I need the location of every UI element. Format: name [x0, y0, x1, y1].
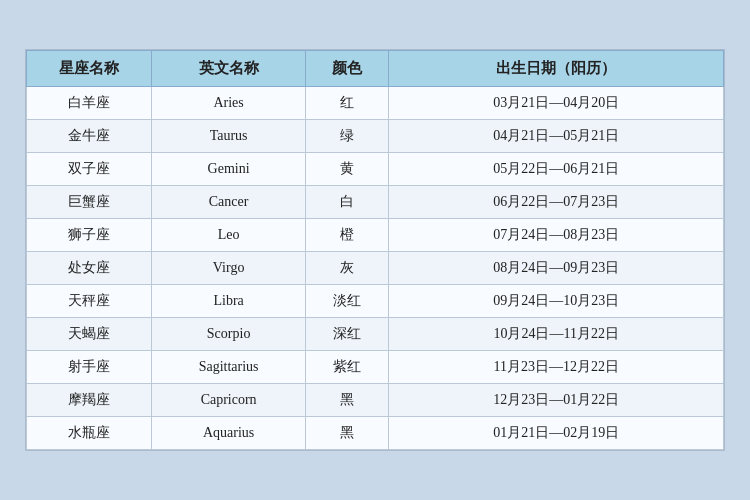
cell-r7-c3: 10月24日—11月22日 — [389, 318, 724, 351]
table-row: 摩羯座Capricorn黑12月23日—01月22日 — [27, 384, 724, 417]
cell-r6-c2: 淡红 — [305, 285, 389, 318]
zodiac-table: 星座名称 英文名称 颜色 出生日期（阳历） 白羊座Aries红03月21日—04… — [26, 50, 724, 450]
cell-r7-c1: Scorpio — [152, 318, 305, 351]
cell-r0-c0: 白羊座 — [27, 87, 152, 120]
cell-r5-c1: Virgo — [152, 252, 305, 285]
table-row: 白羊座Aries红03月21日—04月20日 — [27, 87, 724, 120]
cell-r0-c1: Aries — [152, 87, 305, 120]
cell-r1-c2: 绿 — [305, 120, 389, 153]
cell-r9-c2: 黑 — [305, 384, 389, 417]
cell-r10-c0: 水瓶座 — [27, 417, 152, 450]
table-row: 水瓶座Aquarius黑01月21日—02月19日 — [27, 417, 724, 450]
cell-r5-c0: 处女座 — [27, 252, 152, 285]
cell-r3-c0: 巨蟹座 — [27, 186, 152, 219]
cell-r2-c1: Gemini — [152, 153, 305, 186]
table-row: 双子座Gemini黄05月22日—06月21日 — [27, 153, 724, 186]
cell-r4-c0: 狮子座 — [27, 219, 152, 252]
table-row: 巨蟹座Cancer白06月22日—07月23日 — [27, 186, 724, 219]
cell-r0-c2: 红 — [305, 87, 389, 120]
cell-r10-c3: 01月21日—02月19日 — [389, 417, 724, 450]
cell-r7-c0: 天蝎座 — [27, 318, 152, 351]
cell-r2-c0: 双子座 — [27, 153, 152, 186]
cell-r10-c2: 黑 — [305, 417, 389, 450]
table-body: 白羊座Aries红03月21日—04月20日金牛座Taurus绿04月21日—0… — [27, 87, 724, 450]
cell-r3-c1: Cancer — [152, 186, 305, 219]
header-chinese-name: 星座名称 — [27, 51, 152, 87]
cell-r6-c3: 09月24日—10月23日 — [389, 285, 724, 318]
header-date: 出生日期（阳历） — [389, 51, 724, 87]
header-color: 颜色 — [305, 51, 389, 87]
table-row: 天秤座Libra淡红09月24日—10月23日 — [27, 285, 724, 318]
cell-r6-c1: Libra — [152, 285, 305, 318]
cell-r3-c2: 白 — [305, 186, 389, 219]
cell-r1-c3: 04月21日—05月21日 — [389, 120, 724, 153]
cell-r0-c3: 03月21日—04月20日 — [389, 87, 724, 120]
cell-r8-c3: 11月23日—12月22日 — [389, 351, 724, 384]
cell-r9-c0: 摩羯座 — [27, 384, 152, 417]
cell-r7-c2: 深红 — [305, 318, 389, 351]
table-row: 射手座Sagittarius紫红11月23日—12月22日 — [27, 351, 724, 384]
table-row: 天蝎座Scorpio深红10月24日—11月22日 — [27, 318, 724, 351]
cell-r8-c0: 射手座 — [27, 351, 152, 384]
cell-r9-c3: 12月23日—01月22日 — [389, 384, 724, 417]
table-row: 狮子座Leo橙07月24日—08月23日 — [27, 219, 724, 252]
table-row: 金牛座Taurus绿04月21日—05月21日 — [27, 120, 724, 153]
cell-r10-c1: Aquarius — [152, 417, 305, 450]
cell-r4-c1: Leo — [152, 219, 305, 252]
cell-r6-c0: 天秤座 — [27, 285, 152, 318]
cell-r5-c2: 灰 — [305, 252, 389, 285]
zodiac-table-container: 星座名称 英文名称 颜色 出生日期（阳历） 白羊座Aries红03月21日—04… — [25, 49, 725, 451]
header-english-name: 英文名称 — [152, 51, 305, 87]
cell-r9-c1: Capricorn — [152, 384, 305, 417]
cell-r8-c2: 紫红 — [305, 351, 389, 384]
cell-r1-c1: Taurus — [152, 120, 305, 153]
cell-r8-c1: Sagittarius — [152, 351, 305, 384]
cell-r3-c3: 06月22日—07月23日 — [389, 186, 724, 219]
cell-r4-c3: 07月24日—08月23日 — [389, 219, 724, 252]
cell-r2-c3: 05月22日—06月21日 — [389, 153, 724, 186]
table-header-row: 星座名称 英文名称 颜色 出生日期（阳历） — [27, 51, 724, 87]
cell-r2-c2: 黄 — [305, 153, 389, 186]
cell-r4-c2: 橙 — [305, 219, 389, 252]
table-row: 处女座Virgo灰08月24日—09月23日 — [27, 252, 724, 285]
cell-r1-c0: 金牛座 — [27, 120, 152, 153]
cell-r5-c3: 08月24日—09月23日 — [389, 252, 724, 285]
